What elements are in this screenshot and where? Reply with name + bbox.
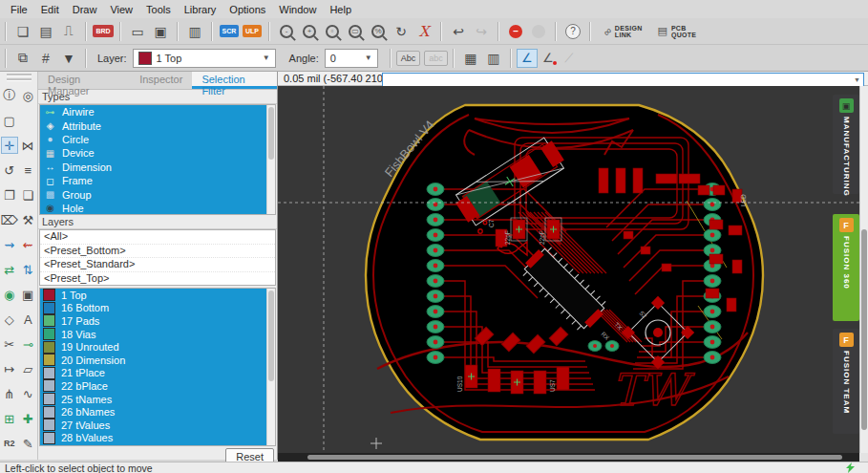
- split-icon[interactable]: ⋔: [1, 385, 18, 402]
- wrench-icon[interactable]: ⚒: [19, 211, 36, 228]
- angle-select[interactable]: 0 ▼: [325, 49, 378, 68]
- refresh-icon[interactable]: ↻: [390, 21, 413, 42]
- add-library-icon[interactable]: ⊞: [1, 410, 18, 427]
- type-row[interactable]: ▩Group: [40, 187, 275, 201]
- type-row[interactable]: ●Circle: [40, 133, 275, 146]
- layer-row[interactable]: 28 bValues: [40, 432, 275, 445]
- undo-icon[interactable]: ↩: [447, 21, 470, 42]
- info-icon[interactable]: ⓘ: [1, 87, 18, 104]
- move-icon[interactable]: ✛: [1, 137, 18, 154]
- type-row[interactable]: ◻Frame: [40, 174, 275, 187]
- wire-bend-alt-icon[interactable]: ∠: [538, 49, 559, 68]
- pcb-quote-button[interactable]: ▤ PCBQUOTE: [657, 25, 696, 38]
- mirror-icon[interactable]: ⋈: [19, 137, 36, 154]
- tab-fusion-team[interactable]: F FUSION TEAM: [833, 329, 859, 434]
- menu-help[interactable]: Help: [323, 2, 358, 17]
- type-row[interactable]: ◈Attribute: [40, 118, 275, 132]
- layers-scrollbar[interactable]: [266, 289, 275, 445]
- miter-icon[interactable]: ✂: [1, 335, 18, 353]
- replace-icon[interactable]: R2: [1, 435, 18, 452]
- layer-select[interactable]: 1 Top ▼: [133, 49, 276, 68]
- layer-row[interactable]: 20 Dimension: [40, 354, 275, 367]
- line-icon[interactable]: ⊸: [19, 335, 36, 353]
- preset-row[interactable]: <Preset_Top>: [40, 272, 275, 287]
- new-file-icon[interactable]: ❏: [11, 21, 34, 42]
- group-select-icon[interactable]: ▢: [1, 112, 18, 129]
- route-icon[interactable]: ⇝: [1, 236, 18, 253]
- layer-row[interactable]: 25 tNames: [40, 393, 275, 406]
- text-style-disabled-button[interactable]: abc: [424, 51, 448, 66]
- board-icon[interactable]: BRD: [92, 21, 115, 42]
- sheet-b-icon[interactable]: ▣: [149, 21, 172, 42]
- library-icon[interactable]: ▥: [183, 21, 206, 42]
- layer-row[interactable]: 21 tPlace: [40, 367, 275, 380]
- paste-icon[interactable]: ❏: [19, 186, 36, 204]
- copy-icon[interactable]: ❐: [1, 186, 18, 204]
- mirror-layout-a-icon[interactable]: ▦: [459, 48, 482, 69]
- polygon-icon[interactable]: ◇: [1, 311, 18, 328]
- layer-row[interactable]: 16 Bottom: [40, 302, 275, 315]
- layer-row[interactable]: 19 Unrouted: [40, 340, 275, 354]
- type-row[interactable]: ▦Device: [40, 146, 275, 160]
- menu-edit[interactable]: Edit: [34, 2, 66, 17]
- tab-inspector[interactable]: Inspector: [130, 72, 192, 89]
- layer-row[interactable]: 27 tValues: [40, 419, 275, 432]
- preset-row[interactable]: <All>: [40, 230, 275, 245]
- tab-design-manager[interactable]: Design Manager: [38, 72, 130, 89]
- types-scrollbar[interactable]: [266, 105, 275, 214]
- zoom-out-icon[interactable]: -: [275, 21, 298, 42]
- type-row[interactable]: ◉Hole: [40, 202, 275, 215]
- layer-row[interactable]: 1 Top: [40, 289, 275, 302]
- command-input[interactable]: ▼: [382, 73, 864, 87]
- preset-row[interactable]: <Preset_Bottom>: [40, 245, 275, 259]
- rotate-icon[interactable]: ↺: [1, 161, 18, 179]
- run-script-icon[interactable]: SCR: [218, 21, 241, 42]
- preset-row[interactable]: <Preset_Standard>: [40, 258, 275, 272]
- layer-row[interactable]: 22 bPlace: [40, 379, 275, 393]
- help-icon[interactable]: ?: [561, 21, 584, 42]
- layer-row[interactable]: 26 bNames: [40, 405, 275, 419]
- cancel-script-icon[interactable]: X: [413, 21, 435, 42]
- canvas-horizontal-scrollbar[interactable]: [278, 453, 859, 462]
- tab-selection-filter[interactable]: Selection Filter: [192, 72, 277, 89]
- zoom-select-icon[interactable]: ▭: [344, 21, 367, 42]
- layer-row[interactable]: 18 Vias: [40, 328, 275, 341]
- pcb-canvas[interactable]: FishBowl V4 TW C7 22pF 22pF US10 US7 LED…: [278, 86, 859, 453]
- tab-fusion-360[interactable]: F FUSION 360: [833, 214, 859, 321]
- canvas-vertical-scrollbar[interactable]: [859, 86, 868, 453]
- text-icon[interactable]: A: [19, 311, 36, 328]
- wire-b-icon[interactable]: ⇅: [19, 261, 36, 278]
- mirror-layout-b-icon[interactable]: ▥: [482, 48, 505, 69]
- wire-a-icon[interactable]: ⇄: [1, 261, 18, 278]
- zoom-fit-icon[interactable]: ▫: [321, 21, 344, 42]
- menu-window[interactable]: Window: [272, 2, 323, 17]
- save-icon[interactable]: ▤: [34, 21, 57, 42]
- pad-icon[interactable]: ▣: [19, 286, 36, 303]
- delete-icon[interactable]: ⌦: [1, 211, 18, 228]
- type-row[interactable]: ⊶Airwire: [40, 105, 275, 118]
- redo-icon[interactable]: ↪: [470, 21, 493, 42]
- stop-icon[interactable]: –: [504, 21, 527, 42]
- menu-tools[interactable]: Tools: [139, 2, 178, 17]
- layer-row[interactable]: 17 Pads: [40, 314, 275, 328]
- label-icon[interactable]: ↦: [1, 360, 18, 377]
- type-row[interactable]: ↔Dimension: [40, 161, 275, 174]
- menu-library[interactable]: Library: [178, 2, 223, 17]
- menu-draw[interactable]: Draw: [66, 2, 104, 17]
- eye-icon[interactable]: ◎: [19, 87, 36, 104]
- print-icon[interactable]: ⎍: [57, 21, 80, 42]
- grid-icon[interactable]: #: [34, 48, 57, 69]
- pcb-board[interactable]: FishBowl V4 TW C7 22pF 22pF US10 US7 LED…: [366, 105, 763, 440]
- filter-icon[interactable]: ▼: [57, 48, 80, 69]
- zoom-in-icon[interactable]: +: [298, 21, 321, 42]
- zoom-redraw-icon[interactable]: %: [367, 21, 390, 42]
- layer-settings-icon[interactable]: ⧉: [11, 48, 34, 69]
- design-link-button[interactable]: ∞ DESIGNLINK: [603, 25, 642, 38]
- run-ulp-icon[interactable]: ULP: [241, 21, 264, 42]
- go-icon[interactable]: [527, 21, 550, 42]
- signal-icon[interactable]: ∿: [19, 385, 36, 402]
- menu-view[interactable]: View: [103, 2, 139, 17]
- menu-file[interactable]: File: [4, 2, 34, 17]
- rect-icon[interactable]: ▱: [19, 360, 36, 377]
- menu-options[interactable]: Options: [222, 2, 272, 17]
